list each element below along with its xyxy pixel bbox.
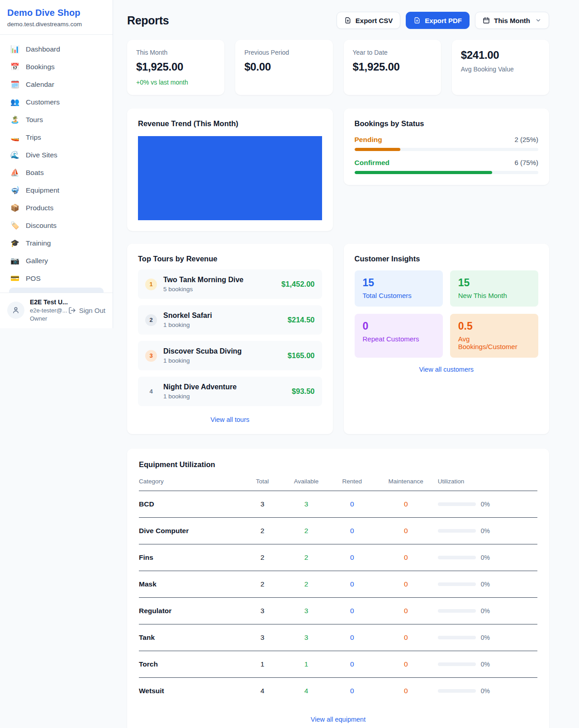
sidebar-item-pos[interactable]: 💳POS: [5, 269, 108, 287]
insight-grid: 15 Total Customers 15 New This Month 0 R…: [355, 270, 539, 358]
sidebar-item-products[interactable]: 📦Products: [5, 199, 108, 217]
utilization-bar: [438, 502, 476, 506]
cell-available: 2: [282, 518, 330, 544]
cell-maintenance: 0: [374, 518, 438, 544]
stat-label: Avg Booking Value: [461, 66, 540, 73]
sidebar-item-customers[interactable]: 👥Customers: [5, 93, 108, 111]
sign-out-label: Sign Out: [79, 307, 105, 314]
tour-revenue: $93.50: [292, 387, 314, 396]
stat-value: $0.00: [244, 61, 323, 73]
tour-revenue: $165.00: [288, 351, 315, 360]
cell-total: 3: [242, 598, 282, 624]
top-tours-title: Top Tours by Revenue: [138, 255, 322, 263]
rank-badge: 4: [145, 386, 157, 397]
tag-icon: 🏷️: [10, 221, 20, 230]
sidebar-item-discounts[interactable]: 🏷️Discounts: [5, 217, 108, 234]
utilization-bar: [438, 609, 476, 613]
rank-badge: 3: [145, 350, 157, 362]
sidebar-item-boats[interactable]: ⛵Boats: [5, 164, 108, 181]
table-row: Regulator 3 3 0 0 0%: [139, 598, 537, 624]
column-header-rented: Rented: [330, 478, 374, 491]
insight-label: Total Customers: [363, 292, 435, 299]
table-row: Torch 1 1 0 0 0%: [139, 651, 537, 678]
cell-rented: 0: [330, 544, 374, 571]
sidebar-item-label: Training: [26, 239, 51, 247]
cell-total: 1: [242, 651, 282, 678]
sidebar-item-label: Boats: [26, 169, 44, 177]
people-icon: 👥: [10, 98, 20, 106]
export-csv-button[interactable]: Export CSV: [337, 12, 401, 29]
view-all-customers-link[interactable]: View all customers: [355, 366, 539, 373]
sidebar-item-trips[interactable]: 🚤Trips: [5, 128, 108, 146]
column-header-total: Total: [242, 478, 282, 491]
view-all-equipment-link[interactable]: View all equipment: [139, 716, 537, 723]
tour-name: Two Tank Morning Dive: [163, 276, 243, 284]
calendar-icon: [483, 17, 490, 24]
table-row: Mask 2 2 0 0 0%: [139, 571, 537, 598]
tour-row: 3 Discover Scuba Diving 1 booking $165.0…: [138, 341, 322, 370]
cell-available: 3: [282, 624, 330, 651]
cell-category: Torch: [139, 651, 242, 678]
table-row: Fins 2 2 0 0 0%: [139, 544, 537, 571]
sidebar-item-reports-partial[interactable]: [9, 288, 104, 293]
cell-total: 3: [242, 624, 282, 651]
status-count: 6 (75%): [514, 159, 538, 166]
sidebar-item-label: Dive Sites: [26, 151, 57, 159]
insight-value: 15: [363, 277, 435, 289]
cell-available: 1: [282, 651, 330, 678]
insight-value: 0: [363, 320, 435, 332]
status-bar-fill: [355, 148, 401, 151]
sidebar-item-tours[interactable]: 🏝️Tours: [5, 111, 108, 128]
status-bar-fill: [355, 171, 493, 174]
column-header-utilization: Utilization: [438, 478, 537, 491]
file-download-icon: [413, 17, 421, 24]
cell-utilization: 0%: [438, 598, 537, 624]
sidebar-item-label: Dashboard: [26, 45, 60, 53]
tour-bookings: 5 bookings: [163, 286, 243, 293]
sidebar-item-dive-sites[interactable]: 🌊Dive Sites: [5, 146, 108, 164]
sailboat-icon: ⛵: [10, 168, 20, 177]
sidebar-item-gallery[interactable]: 📷Gallery: [5, 252, 108, 269]
sidebar-item-dashboard[interactable]: 📊Dashboard: [5, 40, 108, 58]
equipment-table: Category Total Available Rented Maintena…: [139, 478, 537, 704]
sidebar-item-equipment[interactable]: 🤿Equipment: [5, 181, 108, 199]
export-pdf-button[interactable]: Export PDF: [406, 12, 470, 29]
cell-maintenance: 0: [374, 544, 438, 571]
sidebar-item-label: Tours: [26, 116, 43, 124]
status-bar-track: [355, 171, 539, 174]
cell-total: 3: [242, 491, 282, 518]
utilization-bar: [438, 556, 476, 559]
cell-available: 3: [282, 598, 330, 624]
stat-value: $1,925.00: [136, 61, 215, 73]
stat-value: $1,925.00: [353, 61, 432, 73]
period-label: This Month: [494, 17, 530, 24]
cell-category: Dive Computer: [139, 518, 242, 544]
sidebar-item-bookings[interactable]: 📅Bookings: [5, 58, 108, 76]
view-all-tours-link[interactable]: View all tours: [138, 416, 322, 423]
tour-bookings: 1 booking: [163, 357, 242, 364]
cell-total: 2: [242, 544, 282, 571]
column-header-maintenance: Maintenance: [374, 478, 438, 491]
stat-cards-row: This Month $1,925.00 +0% vs last month P…: [127, 40, 549, 95]
sign-out-button[interactable]: Sign Out: [68, 307, 105, 314]
rank-badge: 2: [145, 314, 157, 326]
tour-row: 4 Night Dive Adventure 1 booking $93.50: [138, 377, 322, 406]
utilization-bar: [438, 529, 476, 533]
cell-utilization: 0%: [438, 651, 537, 678]
bar-chart-icon: 📊: [10, 45, 20, 53]
cell-total: 4: [242, 678, 282, 704]
brand-domain: demo.test.divestreams.com: [7, 21, 105, 28]
customer-insights-card: Customer Insights 15 Total Customers 15 …: [344, 244, 550, 434]
period-select[interactable]: This Month: [475, 12, 549, 29]
tour-row: 1 Two Tank Morning Dive 5 bookings $1,45…: [138, 269, 322, 299]
user-info: E2E Test U... e2e-tester@... Owner: [30, 298, 63, 322]
cell-rented: 0: [330, 518, 374, 544]
sidebar-item-training[interactable]: 🎓Training: [5, 234, 108, 252]
sidebar-item-label: POS: [26, 274, 41, 283]
utilization-bar: [438, 636, 476, 639]
cell-total: 2: [242, 518, 282, 544]
sidebar-item-calendar[interactable]: 🗓️Calendar: [5, 76, 108, 93]
stat-label: This Month: [136, 49, 215, 56]
utilization-bar: [438, 662, 476, 666]
tour-revenue: $214.50: [288, 316, 315, 324]
